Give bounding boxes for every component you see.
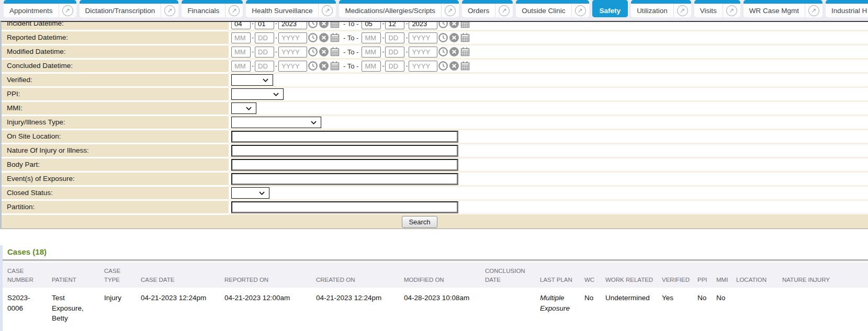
clear-date-icon[interactable]	[448, 47, 459, 58]
calendar-icon[interactable]	[329, 61, 340, 72]
popout-button[interactable]: ↗	[318, 4, 336, 17]
incident-from-month-input[interactable]	[231, 21, 251, 29]
clock-icon[interactable]	[437, 21, 448, 29]
popout-button[interactable]: ↗	[571, 4, 589, 17]
modified-from-year-input[interactable]	[278, 47, 307, 58]
incident-from-year-input[interactable]	[278, 21, 307, 29]
calendar-icon[interactable]	[459, 47, 470, 58]
reported-from-year-input[interactable]	[278, 32, 307, 43]
clear-date-icon[interactable]	[318, 21, 329, 29]
popout-button[interactable]: ↗	[161, 4, 178, 17]
popout-button[interactable]: ↗	[495, 4, 513, 17]
tab-label: Health Surveillance	[246, 7, 318, 15]
popout-arrow-icon: ↗	[726, 5, 737, 16]
popout-button[interactable]: ↗	[225, 4, 243, 17]
popout-button[interactable]: ↗	[59, 4, 76, 17]
concluded-to-day-input[interactable]	[385, 61, 404, 72]
tab-financials[interactable]: Financials↗	[182, 0, 243, 17]
field-label: Partition:	[2, 201, 229, 215]
concluded-to-month-input[interactable]	[362, 61, 381, 72]
popout-button[interactable]: ↗	[441, 4, 459, 17]
events-of-exposure-input[interactable]	[231, 173, 458, 185]
concluded-from-day-input[interactable]	[255, 61, 274, 72]
on-site-location-input[interactable]	[231, 131, 458, 143]
tab-orders[interactable]: Orders↗	[462, 0, 513, 17]
reported-to-day-input[interactable]	[385, 32, 404, 43]
calendar-icon[interactable]	[329, 32, 340, 43]
clock-icon[interactable]	[437, 47, 448, 58]
concluded-from-year-input[interactable]	[278, 61, 307, 72]
clear-date-icon[interactable]	[448, 21, 459, 29]
search-button[interactable]: Search	[402, 216, 437, 228]
form-row-mmi: MMI:	[2, 102, 868, 116]
clear-date-icon[interactable]	[448, 61, 459, 72]
modified-to-day-input[interactable]	[385, 47, 404, 58]
reported-to-month-input[interactable]	[362, 32, 381, 43]
body-part-input[interactable]	[231, 159, 458, 171]
modified-to-year-input[interactable]	[409, 47, 437, 58]
nature-of-injury-input[interactable]	[231, 145, 458, 157]
closed-status-select[interactable]	[231, 187, 269, 199]
popout-button[interactable]: ↗	[673, 4, 691, 17]
calendar-icon[interactable]	[329, 21, 340, 29]
clock-icon[interactable]	[307, 32, 318, 43]
mmi-select[interactable]	[231, 102, 256, 114]
calendar-icon[interactable]	[459, 61, 470, 72]
cases-section-title: Cases (18)	[3, 245, 868, 261]
field-label: Concluded Datetime:	[2, 60, 229, 74]
incident-to-month-input[interactable]	[362, 21, 381, 29]
reported-from-day-input[interactable]	[255, 32, 274, 43]
tab-dictation-transcription[interactable]: Dictation/Transcription↗	[80, 0, 179, 17]
verified-select[interactable]	[231, 74, 273, 86]
clock-icon[interactable]	[437, 32, 448, 43]
partition-input[interactable]	[231, 201, 458, 213]
col-header-created-on: CREATED ON	[316, 262, 404, 288]
form-row-nature-of-injury: Nature Of Injury or Illness:	[2, 144, 868, 158]
clear-date-icon[interactable]	[448, 32, 459, 43]
case-row[interactable]: S2023-0006 Test Exposure, Betty Injury 0…	[3, 288, 868, 331]
calendar-icon[interactable]	[329, 47, 340, 58]
modified-from-day-input[interactable]	[255, 47, 274, 58]
col-header-last-plan: LAST PLAN	[540, 262, 584, 288]
tab-accent-bar	[4, 0, 76, 4]
modified-from-month-input[interactable]	[231, 47, 251, 58]
clock-icon[interactable]	[437, 61, 448, 72]
col-header-reported-on: REPORTED ON	[224, 262, 316, 288]
tab-industrial[interactable]: Industrial H	[826, 0, 868, 17]
tab-medications-allergies-scripts[interactable]: Medications/Allergies/Scripts↗	[339, 0, 459, 17]
tab-safety[interactable]: Safety	[592, 0, 628, 17]
reported-from-month-input[interactable]	[231, 32, 251, 43]
ppi-select[interactable]	[231, 88, 284, 100]
tab-visits[interactable]: Visits↗	[694, 0, 740, 17]
concluded-to-year-input[interactable]	[409, 61, 437, 72]
popout-arrow-icon: ↗	[229, 5, 240, 16]
clear-date-icon[interactable]	[318, 61, 329, 72]
clock-icon[interactable]	[307, 61, 318, 72]
calendar-icon[interactable]	[459, 21, 470, 29]
col-header-case-date: CASE DATE	[141, 262, 224, 288]
incident-from-day-input[interactable]	[255, 21, 274, 29]
modified-to-month-input[interactable]	[362, 47, 381, 58]
incident-to-year-input[interactable]	[409, 21, 437, 29]
tab-wr-case-mgmt[interactable]: WR Case Mgmt↗	[743, 0, 822, 17]
tab-health-surveillance[interactable]: Health Surveillance↗	[246, 0, 336, 17]
concluded-from-month-input[interactable]	[231, 61, 251, 72]
incident-to-day-input[interactable]	[385, 21, 404, 29]
tab-outside-clinic[interactable]: Outside Clinic↗	[516, 0, 589, 17]
calendar-icon[interactable]	[459, 32, 470, 43]
location-cell	[736, 288, 782, 331]
popout-button[interactable]: ↗	[723, 4, 740, 17]
clock-icon[interactable]	[307, 47, 318, 58]
clock-icon[interactable]	[307, 21, 318, 29]
field-label: Nature Of Injury or Illness:	[2, 144, 229, 158]
clear-date-icon[interactable]	[318, 47, 329, 58]
tab-appointments[interactable]: Appointments↗	[4, 0, 76, 17]
reported-to-year-input[interactable]	[409, 32, 437, 43]
popout-button[interactable]: ↗	[805, 4, 822, 17]
verified-cell: Yes	[662, 288, 697, 331]
injury-illness-type-select[interactable]	[231, 117, 321, 128]
tab-label: Medications/Allergies/Scripts	[339, 7, 441, 15]
clear-date-icon[interactable]	[318, 32, 329, 43]
tab-utilization[interactable]: Utilization↗	[631, 0, 691, 17]
col-header-case-type: CASE TYPE	[104, 262, 141, 288]
